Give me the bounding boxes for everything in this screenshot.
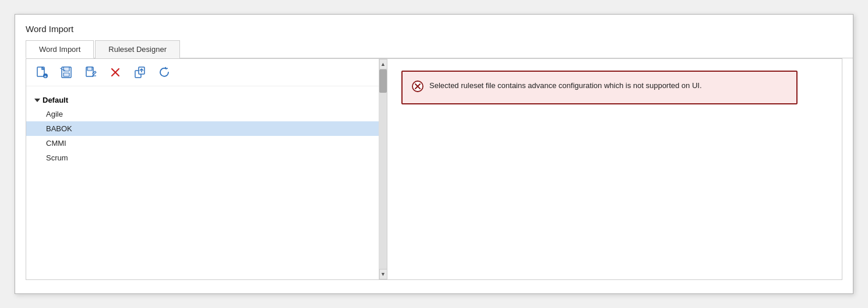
svg-rect-4 (63, 67, 69, 71)
vertical-scrollbar[interactable]: ▲ ▼ (379, 59, 387, 279)
new-file-icon[interactable]: + (34, 65, 50, 80)
list-item[interactable]: Agile (26, 107, 387, 121)
left-panel: + (26, 59, 387, 279)
list-item[interactable]: CMMI (26, 136, 387, 150)
right-panel: Selected ruleset file contains advance c… (387, 59, 842, 279)
scroll-thumb[interactable] (379, 69, 387, 93)
svg-text:+: + (44, 74, 47, 79)
error-box: Selected ruleset file contains advance c… (401, 71, 798, 104)
window-title: Word Import (15, 24, 853, 40)
tab-word-import[interactable]: Word Import (26, 40, 94, 58)
tree-area: Default Agile BABOK CMMI Scrum (26, 86, 387, 279)
save-icon[interactable] (59, 65, 74, 80)
toolbar: + (26, 59, 387, 86)
error-message: Selected ruleset file contains advance c… (429, 80, 702, 92)
tabs-bar: Word Import Ruleset Designer (26, 40, 853, 58)
main-window: Word Import Word Import Ruleset Designer… (15, 14, 853, 294)
tree-group-label-text: Default (43, 96, 68, 104)
error-icon (412, 80, 424, 95)
svg-rect-8 (87, 67, 92, 71)
expand-icon (34, 99, 40, 102)
tab-ruleset-designer[interactable]: Ruleset Designer (95, 40, 180, 58)
export-icon[interactable] (132, 65, 147, 80)
edit-save-icon[interactable] (83, 65, 98, 80)
tree-group-default[interactable]: Default (26, 93, 387, 107)
list-item[interactable]: Scrum (26, 150, 387, 165)
refresh-icon[interactable] (157, 65, 172, 80)
scroll-track[interactable] (379, 69, 387, 269)
scroll-down-arrow[interactable]: ▼ (379, 269, 387, 279)
list-item[interactable]: BABOK (26, 121, 387, 136)
svg-rect-5 (63, 73, 69, 76)
scroll-up-arrow[interactable]: ▲ (379, 59, 387, 69)
content-area: + (26, 58, 842, 280)
delete-icon[interactable] (108, 65, 123, 80)
